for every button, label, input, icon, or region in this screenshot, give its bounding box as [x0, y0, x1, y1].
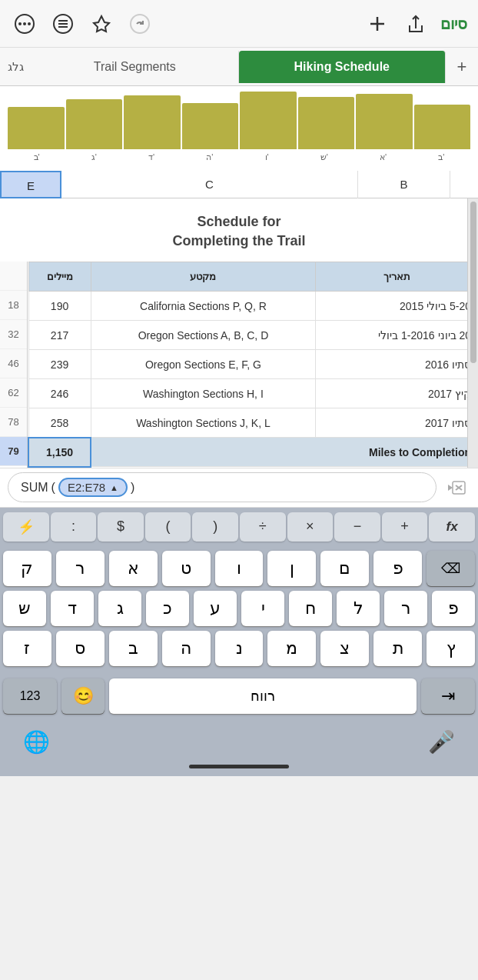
share-icon[interactable]	[402, 10, 430, 38]
cell-section-4[interactable]: Washington Sections J, K, L	[91, 408, 316, 438]
special-key-divide[interactable]: ÷	[240, 512, 286, 542]
formula-sum-label: SUM	[21, 481, 48, 495]
tab-hiking-schedule[interactable]: Hiking Schedule	[239, 51, 446, 83]
cell-date-1[interactable]: 20 ביוני 1-2016 ביולי	[316, 321, 478, 350]
row-num-2: 46	[0, 349, 27, 378]
key-b[interactable]: ב	[109, 631, 158, 666]
key-y[interactable]: י	[241, 591, 284, 626]
col-header-b[interactable]: B	[358, 171, 450, 198]
special-key-minus[interactable]: −	[334, 512, 380, 542]
key-p[interactable]: פ	[373, 551, 422, 586]
chart-label-1: ג'	[91, 152, 97, 162]
key-h[interactable]: ה	[162, 631, 211, 666]
special-key-fx[interactable]: fx	[429, 512, 475, 542]
chart-bar-1	[66, 99, 123, 149]
key-s[interactable]: ס	[56, 631, 105, 666]
row-num-0: 18	[0, 291, 27, 320]
special-keys-row: ⚡ : $ ( ) ÷ × − + fx	[0, 508, 478, 546]
cell-section-1[interactable]: Oregon Sections A, B, C, D	[91, 321, 316, 350]
toolbar-right: סיום	[363, 10, 467, 38]
key-mu[interactable]: מ	[267, 631, 316, 666]
key-tu[interactable]: ת	[373, 631, 422, 666]
tabs-bar: גלג Trail Segments Hiking Schedule +	[0, 48, 478, 86]
cell-section-0[interactable]: California Sections P, Q, R	[91, 292, 316, 321]
toolbar-left	[11, 10, 154, 38]
table-row: 258Washington Sections J, K, Lסתיו 2017	[28, 408, 478, 438]
key-l[interactable]: ל	[337, 591, 380, 626]
formula-bar: SUM ( E2:E78 ▲ )	[0, 468, 478, 508]
table-row: 239Oregon Sections E, F, Gסתיו 2016	[28, 350, 478, 379]
cell-miles-4[interactable]: 258	[28, 408, 91, 438]
add-icon[interactable]	[363, 10, 391, 38]
cell-miles-1[interactable]: 217	[28, 321, 91, 350]
key-tz[interactable]: צ	[320, 631, 369, 666]
cell-section-2[interactable]: Oregon Sections E, F, G	[91, 350, 316, 379]
key-d[interactable]: ד	[51, 591, 94, 626]
key-q[interactable]: ק	[3, 551, 51, 586]
key-pf[interactable]: פ	[432, 591, 475, 626]
chart-bar-0	[8, 107, 65, 149]
key-ch[interactable]: ח	[289, 591, 332, 626]
key-k[interactable]: כ	[146, 591, 189, 626]
tab-left-label[interactable]: גלג	[0, 51, 32, 83]
key-g[interactable]: ג	[98, 591, 141, 626]
key-r[interactable]: ר	[56, 551, 105, 586]
key-return[interactable]: ⇥	[421, 678, 475, 714]
col-header-c[interactable]: C	[61, 171, 358, 198]
key-emoji[interactable]: 😊	[61, 678, 105, 714]
key-123[interactable]: 123	[3, 678, 57, 714]
special-key-lightning[interactable]: ⚡	[3, 512, 49, 542]
menu-icon[interactable]	[49, 10, 77, 38]
redo-icon[interactable]	[126, 10, 154, 38]
chart-label-6: א'	[380, 152, 387, 162]
special-key-open-paren[interactable]: (	[145, 512, 191, 542]
cell-date-2[interactable]: סתיו 2016	[316, 350, 478, 379]
key-m[interactable]: ם	[320, 551, 369, 586]
key-nu[interactable]: נ	[215, 631, 264, 666]
cell-miles-3[interactable]: 246	[28, 379, 91, 408]
formula-arrow: ▲	[110, 483, 118, 492]
key-tzf[interactable]: ץ	[427, 631, 475, 666]
cell-miles-0[interactable]: 190	[28, 292, 91, 321]
chart-labels: ב'ג'ד'ה'ו'ש'א'ב'	[5, 149, 473, 162]
formula-close-paren: )	[131, 481, 134, 495]
chart-bar-3	[182, 103, 239, 149]
special-key-colon[interactable]: :	[51, 512, 97, 542]
cell-total-miles[interactable]: 1,150	[28, 438, 91, 467]
key-a[interactable]: א	[109, 551, 158, 586]
key-z[interactable]: ז	[3, 631, 51, 666]
key-sh[interactable]: ש	[3, 591, 46, 626]
globe-icon[interactable]: 🌐	[23, 729, 50, 755]
special-key-plus[interactable]: +	[382, 512, 428, 542]
special-key-dollar[interactable]: $	[98, 512, 144, 542]
cell-miles-2[interactable]: 239	[28, 350, 91, 379]
cell-date-3[interactable]: קיץ 2017	[316, 379, 478, 408]
cell-date-0[interactable]: 5-20 ביולי 2015	[316, 292, 478, 321]
more-icon[interactable]	[11, 10, 38, 38]
key-space[interactable]: רווח	[109, 678, 417, 714]
special-key-multiply[interactable]: ×	[287, 512, 334, 542]
formula-delete-button[interactable]	[443, 474, 470, 502]
svg-marker-15	[448, 485, 453, 491]
cell-date-4[interactable]: סתיו 2017	[316, 408, 478, 438]
tab-add-button[interactable]: +	[446, 57, 478, 77]
key-t[interactable]: ט	[162, 551, 211, 586]
key-v[interactable]: ו	[215, 551, 264, 586]
backspace-key[interactable]: ⌫	[427, 551, 475, 586]
sheet-title: Schedule for Completing the Trail	[0, 198, 478, 262]
key-rf[interactable]: ר	[384, 591, 427, 626]
key-n[interactable]: ן	[267, 551, 316, 586]
microphone-icon[interactable]: 🎤	[428, 729, 455, 755]
key-e[interactable]: ע	[194, 591, 237, 626]
formula-range[interactable]: E2:E78 ▲	[58, 478, 128, 497]
scroll-track	[467, 198, 478, 468]
done-button[interactable]: סיום	[440, 15, 467, 33]
cell-section-3[interactable]: Washington Sections H, I	[91, 379, 316, 408]
row-num-1: 32	[0, 320, 27, 349]
pin-icon[interactable]	[88, 10, 115, 38]
column-headers: E C B	[0, 171, 478, 198]
col-header-e[interactable]: E	[0, 171, 61, 198]
special-key-close-paren[interactable]: )	[192, 512, 238, 542]
tab-trail-segments[interactable]: Trail Segments	[32, 51, 239, 83]
row-num-header	[0, 262, 27, 291]
